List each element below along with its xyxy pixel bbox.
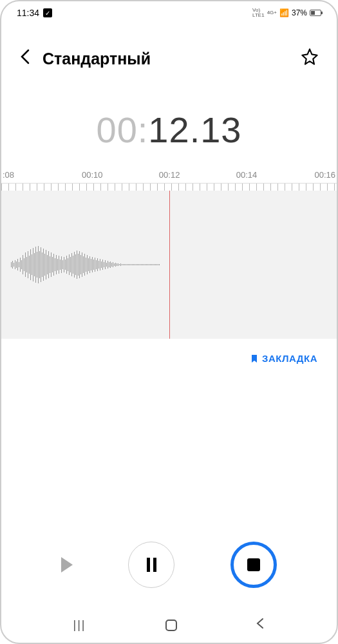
status-right: Vo)LTE1 4G+ 📶 37% xyxy=(252,8,321,18)
header: Стандартный xyxy=(1,22,337,83)
navigation-bar: ||| xyxy=(1,607,337,643)
battery-icon xyxy=(310,10,321,16)
playback-controls xyxy=(1,542,337,588)
nav-back-button[interactable] xyxy=(256,617,265,634)
timeline-tick-label: 00:16 xyxy=(314,170,335,180)
stop-icon xyxy=(247,558,260,571)
status-bar: 11:34 ✓ Vo)LTE1 4G+ 📶 37% xyxy=(1,1,337,22)
network-icon: Vo)LTE1 xyxy=(252,8,265,18)
battery-percent: 37% xyxy=(292,8,307,17)
pause-icon xyxy=(147,558,156,572)
signal-icon: 4G+ xyxy=(267,10,277,15)
timeline-tick-label: 00:12 xyxy=(159,170,180,180)
playhead-indicator xyxy=(169,191,170,339)
bookmark-icon xyxy=(250,354,258,363)
favorite-button[interactable] xyxy=(301,48,319,70)
page-title: Стандартный xyxy=(42,50,289,68)
timer-seconds: 12.13 xyxy=(148,109,241,150)
timer-minutes: 00: xyxy=(97,109,149,150)
bookmark-label: ЗАКЛАДКА xyxy=(262,353,317,364)
waveform-area[interactable] xyxy=(1,191,337,339)
nav-home-button[interactable] xyxy=(165,620,177,631)
timeline-tick-label: :08 xyxy=(3,170,14,180)
check-icon: ✓ xyxy=(43,8,52,17)
signal-bars-icon: 📶 xyxy=(279,8,289,17)
timeline-labels: :08 00:10 00:12 00:14 00:16 xyxy=(1,170,337,183)
nav-recents-button[interactable]: ||| xyxy=(73,618,86,632)
pause-button[interactable] xyxy=(128,542,174,588)
timer-display: 00:12.13 xyxy=(1,83,337,170)
status-time: 11:34 xyxy=(17,8,39,18)
timeline-ticks xyxy=(1,183,337,191)
bookmark-button[interactable]: ЗАКЛАДКА xyxy=(250,353,317,364)
bookmark-row: ЗАКЛАДКА xyxy=(1,339,337,380)
back-button[interactable] xyxy=(19,48,31,70)
waveform xyxy=(1,226,169,303)
stop-button[interactable] xyxy=(230,542,277,588)
play-button[interactable] xyxy=(61,557,73,573)
status-left: 11:34 ✓ xyxy=(17,8,52,18)
timeline-tick-label: 00:14 xyxy=(236,170,258,180)
timeline-tick-label: 00:10 xyxy=(82,170,103,180)
